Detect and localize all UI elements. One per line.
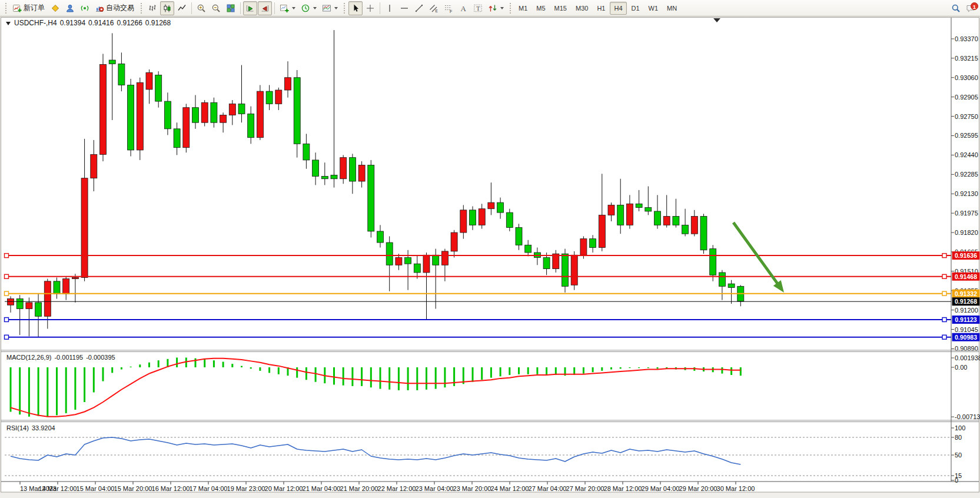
time-tick-label: 29 Mar 04:00: [642, 485, 680, 492]
crosshair-tool-button[interactable]: [363, 1, 377, 15]
vline-icon: [385, 4, 394, 13]
candle-body: [358, 165, 365, 181]
candle-body: [201, 102, 208, 122]
candle-body: [16, 299, 23, 309]
equidistant-channel-tool-button[interactable]: E: [427, 1, 441, 15]
line-handle[interactable]: [5, 335, 9, 339]
chat-button[interactable]: 1: [964, 1, 978, 15]
signals-icon: [80, 4, 89, 13]
line-handle[interactable]: [5, 254, 9, 258]
fibonacci-icon: F: [444, 4, 453, 13]
timeframe-m30-button[interactable]: M30: [572, 2, 592, 15]
line-handle[interactable]: [942, 291, 946, 296]
line-handle[interactable]: [5, 318, 9, 322]
time-tick-label: 14 Mar 12:00: [39, 485, 77, 492]
vertical-line-tool-button[interactable]: [383, 1, 397, 15]
candle-body: [433, 255, 439, 265]
chart-title[interactable]: USDCHF-,H40.913940.914160.912660.91268: [6, 19, 171, 27]
candle-body: [285, 78, 291, 90]
toolbar-separator: [380, 2, 380, 14]
arrows-icon: [488, 4, 497, 13]
new-order-button[interactable]: 新订单: [10, 1, 48, 15]
line-handle[interactable]: [942, 274, 946, 278]
cursor-tool-button[interactable]: [348, 1, 363, 15]
autotrading-button[interactable]: 自动交易: [92, 1, 137, 15]
zoom-in-icon: [197, 4, 206, 13]
candle-body: [710, 249, 716, 275]
candle-body: [8, 299, 14, 306]
signals-button[interactable]: [78, 1, 92, 15]
candle-body: [100, 64, 107, 154]
price-chart-canvas[interactable]: 0.933700.932150.930600.929050.927500.925…: [0, 16, 980, 498]
candle-body: [396, 257, 402, 265]
profile-icon: [65, 4, 75, 13]
timeframe-m5-button[interactable]: M5: [532, 2, 549, 15]
price-tick-label: 0.92130: [955, 190, 978, 197]
time-tick-label: 28 Mar 12:00: [604, 485, 642, 492]
candle-body: [691, 216, 697, 234]
chart-shift-button[interactable]: [258, 1, 272, 15]
tile-windows-button[interactable]: [224, 1, 238, 15]
zoom-out-button[interactable]: [209, 1, 223, 15]
candle-body: [626, 204, 633, 225]
rsi-indicator-label: RSI(14)33.9204: [6, 424, 55, 431]
line-handle[interactable]: [942, 254, 946, 258]
candle-body: [313, 160, 319, 177]
toolbar-grip: [509, 2, 511, 14]
new-chart-button[interactable]: [277, 1, 298, 15]
symbol-period: USDCHF-,H4: [14, 19, 57, 27]
candlestick-mode-button[interactable]: [160, 1, 174, 15]
price-tick-label: 0.93060: [955, 74, 978, 81]
timeframe-mn-button[interactable]: MN: [663, 2, 681, 15]
timeframe-m1-button[interactable]: M1: [514, 2, 531, 15]
candle-body: [238, 104, 245, 114]
candle-body: [91, 154, 97, 178]
line-handle[interactable]: [5, 274, 9, 278]
market-profile-button[interactable]: [63, 1, 77, 15]
candle-body: [340, 158, 347, 179]
timeframe-m15-button[interactable]: M15: [550, 2, 571, 15]
candle-body: [525, 245, 531, 253]
arrows-tool-button[interactable]: [486, 1, 506, 15]
candle-body: [183, 108, 190, 148]
chart-templates-button[interactable]: [320, 1, 340, 15]
candle-body: [479, 209, 485, 225]
timeframe-h4-button[interactable]: H4: [610, 2, 626, 15]
fibonacci-tool-button[interactable]: F: [441, 1, 456, 15]
line-handle[interactable]: [942, 318, 946, 322]
candle-body: [109, 60, 115, 64]
toolbar-grip: [5, 2, 7, 14]
horizontal-line-tool-button[interactable]: [397, 1, 411, 15]
rsi-axis-label: 80: [955, 434, 962, 441]
channel-icon: E: [429, 4, 438, 13]
timeframe-w1-button[interactable]: W1: [645, 2, 663, 15]
bar-chart-mode-button[interactable]: [145, 1, 160, 15]
zoom-in-button[interactable]: [194, 1, 208, 15]
notification-badge: 1: [971, 2, 978, 10]
search-button[interactable]: [949, 1, 963, 15]
candle-body: [571, 255, 577, 285]
time-tick-label: 27 Mar 04:00: [529, 485, 567, 492]
line-chart-mode-button[interactable]: [175, 1, 189, 15]
rsi-axis-label: 50: [955, 451, 962, 459]
candle-body: [303, 144, 310, 160]
line-handle[interactable]: [5, 291, 9, 296]
macd-signal-value: -0.000395: [86, 354, 115, 361]
candle-body: [54, 281, 60, 294]
text-label-tool-button[interactable]: T: [471, 1, 485, 15]
candle-body: [331, 175, 337, 178]
text-tool-button[interactable]: A: [456, 1, 470, 15]
timeframe-h1-button[interactable]: H1: [593, 2, 609, 15]
candle-body: [405, 257, 411, 264]
dropdown-caret-icon: [292, 7, 295, 9]
time-tick-label: 21 Mar 20:00: [340, 485, 378, 492]
trend-line-tool-button[interactable]: [412, 1, 426, 15]
auto-scroll-button[interactable]: [243, 1, 257, 15]
metaeditor-button[interactable]: [48, 1, 62, 15]
time-tick-label: 24 Mar 12:00: [491, 485, 529, 492]
svg-text:E: E: [436, 8, 438, 12]
line-handle[interactable]: [942, 335, 946, 339]
timeframe-d1-button[interactable]: D1: [627, 2, 644, 15]
chart-periods-button[interactable]: [298, 1, 319, 15]
main-toolbar: 新订单自动交易EFATM1M5M15M30H1H4D1W1MN 1: [0, 0, 980, 16]
